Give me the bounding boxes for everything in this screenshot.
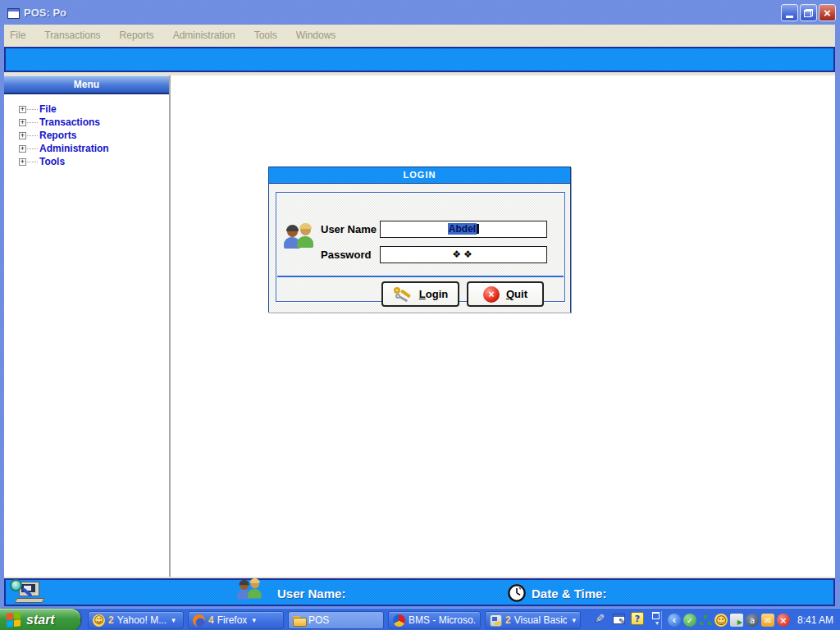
login-dialog-title: LOGIN xyxy=(269,167,570,184)
taskbar-button-pos[interactable]: POS xyxy=(288,611,384,629)
security-alert-icon[interactable]: × xyxy=(777,614,790,627)
menu-administration[interactable]: Administration xyxy=(173,30,235,47)
quick-launch: ✎ ? xyxy=(593,612,660,625)
close-button[interactable]: × xyxy=(819,4,836,21)
username-label: User Name xyxy=(321,223,377,235)
clock-icon xyxy=(508,584,526,605)
expand-icon[interactable]: + xyxy=(19,119,26,126)
sidebar-item-file[interactable]: + File xyxy=(4,103,169,116)
window-title: POS: Po xyxy=(24,7,66,19)
expand-icon[interactable]: + xyxy=(19,132,26,139)
quit-x-icon: × xyxy=(483,286,500,303)
document-editor-icon[interactable] xyxy=(613,614,625,624)
pen-icon[interactable]: ✎ xyxy=(593,612,606,625)
expand-icon[interactable]: + xyxy=(19,158,26,166)
minimize-icon xyxy=(786,16,793,18)
menu-windows[interactable]: Windows xyxy=(296,30,336,47)
expand-icon[interactable]: + xyxy=(19,106,26,113)
selected-text: Abdel xyxy=(448,223,477,235)
menu-tree: + File + Transactions + Reports + Admini… xyxy=(4,94,169,168)
yahoo-messenger-icon: ☺ xyxy=(93,614,105,627)
taskbar-button-firefox[interactable]: 4 Firefox ▾ xyxy=(188,611,284,629)
hide-tray-icons-icon[interactable]: ‹ xyxy=(668,614,681,627)
sidebar-item-reports[interactable]: + Reports xyxy=(4,129,169,142)
taskbar-button-bms[interactable]: BMS - Microso... xyxy=(388,611,481,629)
user-icon xyxy=(237,578,265,606)
menu-reports[interactable]: Reports xyxy=(120,30,154,47)
visual-basic-icon xyxy=(490,614,502,627)
main-content: Menu + File + Transactions + Reports + A… xyxy=(4,75,835,577)
window-titlebar: POS: Po × xyxy=(0,0,840,25)
password-input[interactable]: ❖❖ xyxy=(380,246,547,263)
agent-icon[interactable]: a xyxy=(746,614,759,627)
sidebar-header: Menu xyxy=(4,75,169,94)
chevron-down-icon[interactable]: ▾ xyxy=(572,616,576,624)
menu-transactions[interactable]: Transactions xyxy=(44,30,100,47)
chevron-down-icon[interactable]: ▾ xyxy=(252,616,256,624)
system-tray: ‹ ✓ ☺ ▶ a ✉ × 8:41 AM xyxy=(661,611,837,629)
windows-logo-icon xyxy=(7,612,21,628)
sidebar: Menu + File + Transactions + Reports + A… xyxy=(4,75,171,577)
sidebar-item-transactions[interactable]: + Transactions xyxy=(4,116,169,129)
antivirus-ok-icon[interactable]: ✓ xyxy=(683,614,696,627)
menu-bar: File Transactions Reports Administration… xyxy=(4,25,835,47)
mail-icon[interactable]: ✉ xyxy=(761,614,774,627)
menu-file[interactable]: File xyxy=(10,30,25,47)
restore-button[interactable] xyxy=(800,4,817,21)
task-monitor-icon[interactable]: ▶ xyxy=(730,614,743,627)
separator-line xyxy=(277,276,564,277)
text-caret xyxy=(477,224,479,234)
status-username-label: User Name: xyxy=(277,587,345,600)
status-bar: User Name: Date & Time: xyxy=(4,578,835,606)
quit-button[interactable]: × Quit xyxy=(467,281,544,307)
taskbar-buttons: ☺ 2 Yahoo! M... ▾ 4 Firefox ▾ POS BMS - … xyxy=(88,611,581,629)
computer-search-icon xyxy=(11,582,47,604)
users-icon xyxy=(284,223,318,258)
password-label: Password xyxy=(321,249,371,261)
taskbar-button-yahoo[interactable]: ☺ 2 Yahoo! M... ▾ xyxy=(88,611,184,629)
restore-icon xyxy=(804,9,813,17)
username-input[interactable]: Abdel xyxy=(380,221,547,238)
folder-icon xyxy=(293,614,305,627)
messenger-smiley-icon[interactable]: ☺ xyxy=(714,614,728,627)
minimize-button[interactable] xyxy=(781,4,798,21)
login-button[interactable]: Login xyxy=(381,281,459,307)
firefox-icon xyxy=(193,614,205,627)
sidebar-item-administration[interactable]: + Administration xyxy=(4,142,169,155)
login-dialog: LOGIN User Name Abdel Password ❖❖ Login … xyxy=(268,167,571,313)
network-icon[interactable] xyxy=(699,614,712,627)
keys-icon xyxy=(393,285,413,304)
menu-tools[interactable]: Tools xyxy=(254,30,277,47)
clock-time[interactable]: 8:41 AM xyxy=(797,614,833,626)
taskbar: start ☺ 2 Yahoo! M... ▾ 4 Firefox ▾ POS … xyxy=(0,608,840,630)
expand-icon[interactable]: + xyxy=(19,145,26,153)
chevron-down-icon[interactable]: ▾ xyxy=(171,616,176,624)
start-button[interactable]: start xyxy=(0,609,80,630)
sidebar-item-tools[interactable]: + Tools xyxy=(4,155,169,168)
status-datetime-label: Date & Time: xyxy=(532,587,606,600)
toolbar-banner xyxy=(4,47,835,72)
help-icon[interactable]: ? xyxy=(631,612,644,625)
window-controls: × xyxy=(781,4,836,21)
quick-launch-overflow-icon[interactable] xyxy=(650,612,660,625)
taskbar-button-visual-basic[interactable]: 2 Visual Basic ▾ xyxy=(485,611,581,629)
login-dialog-body: User Name Abdel Password ❖❖ Login × Quit xyxy=(269,184,570,313)
bms-app-icon xyxy=(393,614,405,627)
close-icon: × xyxy=(824,5,831,21)
app-window-icon xyxy=(7,8,20,19)
